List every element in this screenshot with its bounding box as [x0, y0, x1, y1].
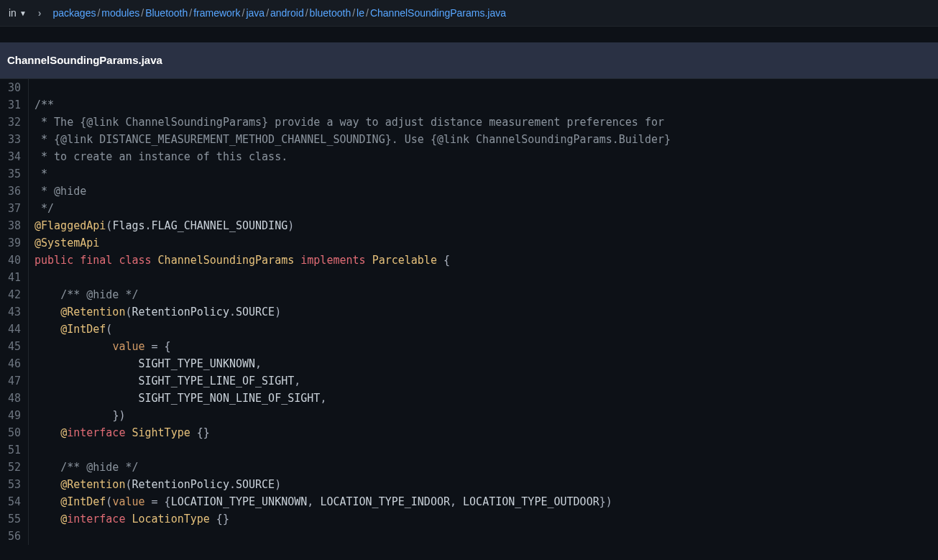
- breadcrumb-separator: /: [189, 7, 192, 19]
- breadcrumb-segment[interactable]: bluetooth: [310, 7, 351, 19]
- line-number[interactable]: 54: [3, 493, 22, 510]
- code-line: @interface LocationType {}: [35, 510, 671, 528]
- line-number[interactable]: 56: [3, 528, 22, 545]
- line-number[interactable]: 32: [3, 114, 22, 131]
- code-line: * {@link DISTANCE_MEASUREMENT_METHOD_CHA…: [35, 131, 671, 148]
- line-number[interactable]: 48: [3, 390, 22, 407]
- code-line: @SystemApi: [35, 234, 671, 252]
- breadcrumb-separator: /: [266, 7, 269, 19]
- code-line: SIGHT_TYPE_LINE_OF_SIGHT,: [35, 372, 671, 390]
- breadcrumb-bar: in ▼ › packages/modules/Bluetooth/framew…: [0, 0, 938, 27]
- breadcrumb-segment[interactable]: ChannelSoundingParams.java: [370, 7, 506, 19]
- line-number[interactable]: 36: [3, 183, 22, 200]
- line-number[interactable]: 55: [3, 510, 22, 528]
- breadcrumb-segment[interactable]: modules: [101, 7, 139, 19]
- line-number[interactable]: 31: [3, 96, 22, 114]
- code-line: *: [35, 165, 671, 183]
- file-tab-bar: ChannelSoundingParams.java: [0, 42, 938, 79]
- branch-label: in: [9, 7, 17, 19]
- code-line: * The {@link ChannelSoundingParams} prov…: [35, 114, 671, 131]
- code-editor[interactable]: 3031323334353637383940414243444546474849…: [0, 79, 938, 545]
- code-line: @interface SightType {}: [35, 424, 671, 441]
- line-gutter: 3031323334353637383940414243444546474849…: [0, 79, 29, 545]
- code-line: }): [35, 407, 671, 424]
- code-line: @IntDef(: [35, 321, 671, 338]
- line-number[interactable]: 37: [3, 200, 22, 217]
- code-line: [35, 269, 671, 286]
- line-number[interactable]: 52: [3, 459, 22, 476]
- breadcrumb-separator: /: [141, 7, 144, 19]
- line-number[interactable]: 40: [3, 252, 22, 269]
- code-line: @Retention(RetentionPolicy.SOURCE): [35, 476, 671, 493]
- breadcrumb-segment[interactable]: packages: [52, 7, 96, 19]
- breadcrumb-segment[interactable]: android: [270, 7, 304, 19]
- line-number[interactable]: 35: [3, 165, 22, 183]
- line-number[interactable]: 41: [3, 269, 22, 286]
- line-number[interactable]: 45: [3, 338, 22, 355]
- breadcrumb-separator: /: [352, 7, 355, 19]
- line-number[interactable]: 50: [3, 424, 22, 441]
- line-number[interactable]: 44: [3, 321, 22, 338]
- line-number[interactable]: 43: [3, 303, 22, 321]
- line-number[interactable]: 42: [3, 286, 22, 303]
- code-line: */: [35, 200, 671, 217]
- line-number[interactable]: 49: [3, 407, 22, 424]
- breadcrumb-separator: /: [242, 7, 245, 19]
- breadcrumb-segment[interactable]: framework: [193, 7, 240, 19]
- breadcrumb-separator: /: [305, 7, 308, 19]
- line-number[interactable]: 33: [3, 131, 22, 148]
- code-line: [35, 528, 671, 545]
- line-number[interactable]: 34: [3, 148, 22, 165]
- breadcrumb-segment[interactable]: java: [246, 7, 265, 19]
- code-line: /**: [35, 96, 671, 114]
- code-line: [35, 79, 671, 96]
- code-line: SIGHT_TYPE_NON_LINE_OF_SIGHT,: [35, 390, 671, 407]
- file-tab-active[interactable]: ChannelSoundingParams.java: [7, 54, 162, 66]
- breadcrumb-segment[interactable]: Bluetooth: [145, 7, 188, 19]
- line-number[interactable]: 47: [3, 372, 22, 390]
- code-line: SIGHT_TYPE_UNKNOWN,: [35, 355, 671, 372]
- branch-dropdown[interactable]: in ▼: [9, 7, 27, 19]
- caret-down-icon: ▼: [19, 9, 27, 17]
- code-line: @Retention(RetentionPolicy.SOURCE): [35, 303, 671, 321]
- code-line: [35, 441, 671, 459]
- breadcrumb-separator: /: [366, 7, 369, 19]
- code-line: * @hide: [35, 183, 671, 200]
- code-line: * to create an instance of this class.: [35, 148, 671, 165]
- breadcrumb-separator: /: [97, 7, 100, 19]
- code-line: @FlaggedApi(Flags.FLAG_CHANNEL_SOUNDING): [35, 217, 671, 234]
- code-line: /** @hide */: [35, 459, 671, 476]
- line-number[interactable]: 53: [3, 476, 22, 493]
- breadcrumb-path: packages/modules/Bluetooth/framework/jav…: [52, 7, 506, 19]
- line-number[interactable]: 38: [3, 217, 22, 234]
- code-line: /** @hide */: [35, 286, 671, 303]
- code-line: value = {: [35, 338, 671, 355]
- chevron-right-icon: ›: [38, 7, 42, 19]
- breadcrumb-segment[interactable]: le: [357, 7, 364, 19]
- code-content: /** * The {@link ChannelSoundingParams} …: [29, 79, 671, 545]
- line-number[interactable]: 30: [3, 79, 22, 96]
- line-number[interactable]: 51: [3, 441, 22, 459]
- code-line: public final class ChannelSoundingParams…: [35, 252, 671, 269]
- line-number[interactable]: 39: [3, 234, 22, 252]
- code-line: @IntDef(value = {LOCATION_TYPE_UNKNOWN, …: [35, 493, 671, 510]
- line-number[interactable]: 46: [3, 355, 22, 372]
